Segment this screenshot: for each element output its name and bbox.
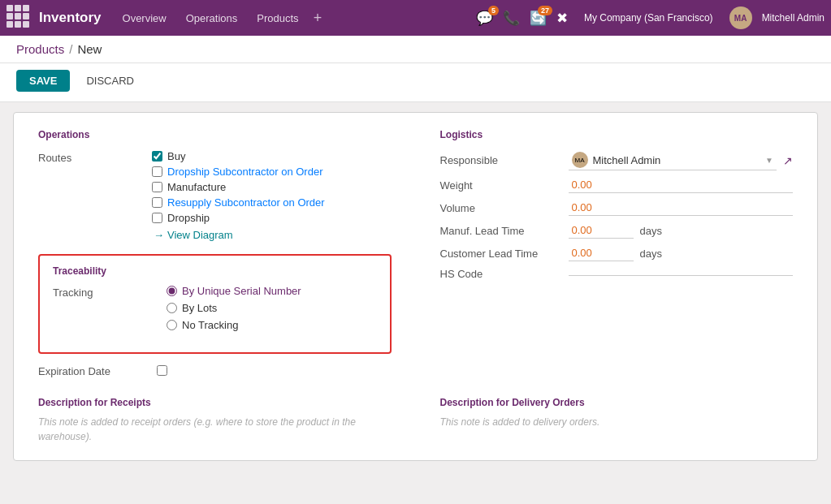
tracking-lots-row: By Lots xyxy=(167,302,377,314)
customer-lead-value[interactable]: 0.00 xyxy=(569,245,634,261)
messages-badge: 5 xyxy=(488,6,499,15)
responsible-label: Responsible xyxy=(440,154,562,166)
tracking-serial-row: By Unique Serial Number xyxy=(167,285,377,297)
responsible-avatar: MA xyxy=(572,152,588,168)
weight-value[interactable]: 0.00 xyxy=(569,177,794,193)
traceability-section-label: Traceability xyxy=(53,265,377,277)
discard-button[interactable]: DISCARD xyxy=(76,70,144,92)
responsible-row: Responsible MA Mitchell Admin ▼ ↗ xyxy=(440,150,794,170)
dropship-sub-row: Dropship Subcontractor on Order xyxy=(152,166,392,178)
expiration-label: Expiration Date xyxy=(38,364,152,377)
responsible-select[interactable]: MA Mitchell Admin ▼ xyxy=(569,150,777,170)
dropship-sub-checkbox[interactable] xyxy=(152,166,162,177)
customer-lead-row: Customer Lead Time 0.00 days xyxy=(440,245,794,261)
dropship-checkbox[interactable] xyxy=(152,213,162,223)
nav-operations[interactable]: Operations xyxy=(178,9,246,28)
dropship-sub-label: Dropship Subcontractor on Order xyxy=(167,166,322,178)
nav-products[interactable]: Products xyxy=(249,9,306,28)
settings-icon-wrap[interactable]: ✖ xyxy=(556,10,568,27)
receipts-desc-col: Description for Receipts This note is ad… xyxy=(38,397,392,444)
description-section: Description for Receipts This note is ad… xyxy=(38,397,793,444)
hs-code-value[interactable] xyxy=(569,272,794,276)
resupply-sub-label: Resupply Subcontractor on Order xyxy=(167,196,325,209)
dropship-row: Dropship xyxy=(152,212,392,224)
resupply-sub-row: Resupply Subcontractor on Order xyxy=(152,196,392,209)
operations-section-label: Operations xyxy=(38,129,392,140)
tracking-none-row: No Tracking xyxy=(167,319,377,331)
responsible-name: Mitchell Admin xyxy=(593,154,661,166)
phone-icon: 📞 xyxy=(503,11,520,26)
view-diagram-label: View Diagram xyxy=(167,229,233,241)
manuf-lead-row: Manuf. Lead Time 0.00 days xyxy=(440,222,794,239)
volume-label: Volume xyxy=(440,202,562,214)
messages-icon-wrap[interactable]: 💬 5 xyxy=(476,10,493,27)
manuf-lead-value[interactable]: 0.00 xyxy=(569,222,634,239)
breadcrumb: Products / New xyxy=(0,36,831,63)
receipts-desc-title: Description for Receipts xyxy=(38,397,392,408)
manufacture-row: Manufacture xyxy=(152,181,392,193)
username: Mitchell Admin xyxy=(762,12,825,24)
manufacture-label: Manufacture xyxy=(167,181,226,193)
routes-field: Routes Buy Dropship Subcontractor on Ord… xyxy=(38,150,392,241)
responsible-external-link[interactable]: ↗ xyxy=(783,154,793,167)
manuf-lead-unit: days xyxy=(640,225,662,237)
left-column: Operations Routes Buy Dropship Subcontra… xyxy=(38,129,392,377)
expiration-row: Expiration Date xyxy=(38,364,392,377)
breadcrumb-current: New xyxy=(77,42,102,56)
hs-code-label: HS Code xyxy=(440,268,562,280)
traceability-box: Traceability Tracking By Unique Serial N… xyxy=(38,254,392,354)
volume-row: Volume 0.00 xyxy=(440,200,794,216)
weight-label: Weight xyxy=(440,179,562,192)
tracking-none-radio[interactable] xyxy=(167,320,177,330)
hs-code-row: HS Code xyxy=(440,268,794,280)
volume-value[interactable]: 0.00 xyxy=(569,200,794,216)
nav-overview[interactable]: Overview xyxy=(115,9,175,28)
buy-row: Buy xyxy=(152,150,392,162)
manufacture-checkbox[interactable] xyxy=(152,182,162,192)
buy-label: Buy xyxy=(167,150,185,162)
action-bar: SAVE DISCARD xyxy=(0,63,831,102)
buy-checkbox[interactable] xyxy=(152,151,162,162)
tracking-serial-radio[interactable] xyxy=(167,286,177,296)
responsible-dropdown-icon: ▼ xyxy=(765,156,773,165)
view-diagram-link[interactable]: View Diagram xyxy=(154,229,392,241)
user-avatar[interactable]: MA xyxy=(729,6,752,29)
tracking-label: Tracking xyxy=(53,285,167,299)
resupply-sub-checkbox[interactable] xyxy=(152,197,162,208)
manuf-lead-label: Manuf. Lead Time xyxy=(440,225,562,237)
top-navigation: Inventory Overview Operations Products +… xyxy=(0,0,831,36)
breadcrumb-parent[interactable]: Products xyxy=(16,42,64,56)
phone-icon-wrap[interactable]: 📞 xyxy=(503,10,520,27)
delivery-desc-title: Description for Delivery Orders xyxy=(440,397,794,408)
logistics-section-label: Logistics xyxy=(440,129,794,140)
tracking-options: By Unique Serial Number By Lots No Track… xyxy=(167,285,377,336)
nav-icons: 💬 5 📞 🔄 27 ✖ My Company (San Francisco) … xyxy=(476,6,825,29)
routes-options: Buy Dropship Subcontractor on Order Manu… xyxy=(152,150,392,241)
save-button[interactable]: SAVE xyxy=(16,70,70,92)
expiration-checkbox[interactable] xyxy=(157,365,167,376)
activity-badge: 27 xyxy=(538,6,552,15)
company-name: My Company (San Francisco) xyxy=(584,12,713,24)
add-menu-button[interactable]: + xyxy=(310,10,326,27)
routes-label: Routes xyxy=(38,150,152,164)
weight-row: Weight 0.00 xyxy=(440,177,794,193)
receipts-desc-placeholder[interactable]: This note is added to receipt orders (e.… xyxy=(38,415,392,444)
settings-icon: ✖ xyxy=(556,11,568,26)
tracking-lots-radio[interactable] xyxy=(167,303,177,313)
delivery-desc-col: Description for Delivery Orders This not… xyxy=(440,397,794,444)
customer-lead-unit: days xyxy=(640,248,662,260)
tracking-lots-label: By Lots xyxy=(182,302,217,314)
app-name: Inventory xyxy=(39,10,102,26)
activity-icon-wrap[interactable]: 🔄 27 xyxy=(530,10,547,27)
two-column-layout: Operations Routes Buy Dropship Subcontra… xyxy=(38,129,793,377)
dropship-label: Dropship xyxy=(167,212,210,224)
customer-lead-label: Customer Lead Time xyxy=(440,248,562,260)
tracking-serial-label: By Unique Serial Number xyxy=(182,285,301,297)
main-content: Operations Routes Buy Dropship Subcontra… xyxy=(13,112,818,461)
app-grid-icon[interactable] xyxy=(6,5,32,31)
tracking-field: Tracking By Unique Serial Number By Lots xyxy=(53,285,377,336)
delivery-desc-placeholder[interactable]: This note is added to delivery orders. xyxy=(440,415,794,429)
right-column: Logistics Responsible MA Mitchell Admin … xyxy=(440,129,794,377)
breadcrumb-separator: / xyxy=(69,42,72,56)
tracking-none-label: No Tracking xyxy=(182,319,238,331)
